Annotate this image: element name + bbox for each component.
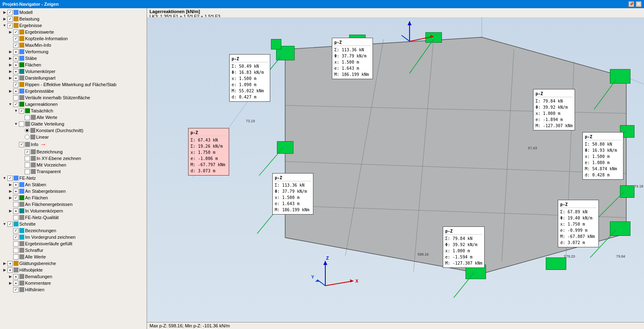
tree-item-modell[interactable]: Modell [0, 9, 147, 16]
tree-item-bemassungen[interactable]: Bemaßungen [0, 273, 147, 280]
tree-item-ergebnisstabe[interactable]: Ergebnisstäbe [0, 88, 147, 94]
checkbox-feNetz[interactable] [7, 176, 13, 181]
tree-item-ergebnisverlaufe[interactable]: Ergebnisverläufe gefüllt [0, 240, 147, 247]
radio-linear[interactable] [25, 135, 30, 139]
tree-item-xyEbene[interactable]: In XY-Ebene zeichnen [0, 155, 147, 162]
checkbox-info[interactable] [19, 142, 24, 147]
tree-item-schnitte[interactable]: Schnitte [0, 221, 147, 227]
checkbox-lagerreaktionen[interactable] [13, 102, 18, 107]
tree-item-kommentare[interactable]: Kommentare [0, 280, 147, 286]
tree-item-konstant[interactable]: Konstant (Durchschnitt) [0, 127, 147, 134]
viewport-canvas[interactable]: 73.19 79.84 74.18 79.84 57.43 598.16 579… [147, 17, 644, 329]
tree-toggle-flaechen[interactable] [7, 62, 13, 68]
tree-item-mitVorzeichen[interactable]: Mit Vorzeichen [0, 162, 147, 168]
tree-item-tatsaechlich[interactable]: Tatsächlich [0, 107, 147, 114]
checkbox-rippen[interactable] [13, 82, 18, 87]
tree-item-feNetz[interactable]: FE-Netz [0, 175, 147, 181]
tree-toggle-glattBereiche[interactable] [2, 260, 7, 266]
panel-pin-btn[interactable]: 📌 [628, 1, 634, 7]
tree-toggle-volumen[interactable] [7, 69, 13, 74]
tree-item-lagerreaktionen[interactable]: Lagerreaktionen [0, 101, 147, 107]
tree-item-volumen[interactable]: Volumenkörper [0, 68, 147, 75]
tree-item-imVordergrund[interactable]: Im Vordergrund zeichnen [0, 234, 147, 240]
tree-toggle-bemassungen[interactable] [7, 274, 13, 279]
checkbox-glattBereiche[interactable] [7, 261, 13, 266]
checkbox-ergebnisverlaufe[interactable] [13, 241, 18, 247]
checkbox-mitVorzeichen[interactable] [25, 162, 30, 168]
checkbox-alleWerteS[interactable] [13, 254, 18, 260]
tree-toggle-anFlaechen[interactable] [7, 195, 13, 201]
tree-item-hilfslinien[interactable]: Hilfslinien [0, 286, 147, 293]
checkbox-transparent[interactable] [25, 169, 30, 174]
tree-item-verformung[interactable]: Verformung [0, 48, 147, 55]
tree-toggle-ergebniswerte[interactable] [7, 29, 13, 35]
tree-item-belastung[interactable]: Belastung [0, 16, 147, 22]
tree-item-maxmin[interactable]: Max/Min-Info [0, 42, 147, 48]
checkbox-hilfslinien[interactable] [13, 287, 18, 292]
checkbox-bezeichnung[interactable] [25, 149, 30, 155]
tree-item-inVolumen[interactable]: In Volumenkörpern [0, 208, 147, 214]
tree-toggle-ergebnisstabe[interactable] [7, 88, 13, 94]
tree-toggle-anStaeben[interactable] [7, 182, 13, 187]
tree-container[interactable]: ModellBelastungErgebnisseErgebniswerteKo… [0, 8, 147, 329]
tree-item-alleWerteS[interactable]: Alle Werte [0, 254, 147, 260]
checkbox-staebe[interactable] [13, 56, 18, 61]
checkbox-bezeichnungen[interactable] [13, 228, 18, 233]
checkbox-darstellung[interactable] [13, 75, 18, 81]
tree-item-ergebnisse[interactable]: Ergebnisse [0, 22, 147, 29]
tree-toggle-glatteVerteilung[interactable] [13, 121, 19, 127]
tree-toggle-anStabergebnissen[interactable] [7, 188, 13, 194]
panel-close-btn[interactable]: ✕ [636, 1, 642, 7]
tree-toggle-schnitte[interactable] [2, 221, 7, 227]
tree-item-flaechen[interactable]: Flächen [0, 62, 147, 68]
checkbox-anFlaechen[interactable] [13, 195, 18, 201]
checkbox-ergebniswerte[interactable] [13, 30, 18, 35]
tree-item-hilfsobjekte[interactable]: Hilfsobjekte [0, 267, 147, 273]
tree-toggle-feNetz[interactable] [2, 175, 7, 181]
checkbox-kommentare[interactable] [13, 281, 18, 286]
tree-toggle-verformung[interactable] [7, 49, 13, 55]
checkbox-flaechen[interactable] [13, 62, 18, 68]
checkbox-ergebnisse[interactable] [7, 23, 13, 28]
tree-item-glattBereiche[interactable]: Glättungsbereiche [0, 260, 147, 267]
checkbox-alleWerte[interactable] [25, 115, 30, 120]
checkbox-hilfsobjekte[interactable] [7, 267, 13, 273]
checkbox-bemassungen[interactable] [13, 274, 18, 279]
tree-item-info[interactable]: Info→ [0, 140, 147, 149]
tree-item-verlaeufe[interactable]: Verläufe innerhalb Stützenfläche [0, 94, 147, 101]
tree-item-glatteVerteilung[interactable]: Glatte Verteilung [0, 121, 147, 127]
tree-item-ergebniswerte[interactable]: Ergebniswerte [0, 29, 147, 35]
checkbox-imVordergrund[interactable] [13, 235, 18, 240]
tree-item-staebe[interactable]: Stäbe [0, 55, 147, 62]
checkbox-inVolumen[interactable] [13, 208, 18, 214]
tree-toggle-modell[interactable] [2, 9, 7, 15]
checkbox-schnitte[interactable] [7, 222, 13, 227]
tree-item-schraffur[interactable]: Schraffur [0, 247, 147, 254]
tree-toggle-hilfsobjekte[interactable] [2, 267, 7, 273]
checkbox-verlaeufe[interactable] [13, 95, 18, 101]
checkbox-schraffur[interactable] [13, 248, 18, 253]
tree-toggle-kommentare[interactable] [7, 280, 13, 286]
tree-item-anFlaechenErg[interactable]: An Flächenergebnissen [0, 201, 147, 208]
checkbox-anStabergebnissen[interactable] [13, 189, 18, 194]
radio-konstant[interactable] [25, 128, 30, 133]
tree-item-transparent[interactable]: Transparent [0, 168, 147, 175]
checkbox-volumen[interactable] [13, 69, 18, 74]
checkbox-kopfzeile[interactable] [13, 36, 18, 41]
tree-item-bezeichnungen[interactable]: Bezeichnungen [0, 227, 147, 234]
checkbox-maxmin[interactable] [13, 43, 18, 48]
tree-item-feQualitaet[interactable]: FE-Netz-Qualität [0, 214, 147, 221]
tree-toggle-inVolumen[interactable] [7, 208, 13, 214]
tree-item-darstellung[interactable]: Darstellungsart [0, 75, 147, 81]
tree-item-rippen[interactable]: Rippen - Effektive Mitwirkung auf Fläche… [0, 81, 147, 88]
tree-item-alleWerte[interactable]: Alle Werte [0, 114, 147, 121]
checkbox-ergebnisstabe[interactable] [13, 89, 18, 94]
checkbox-modell[interactable] [7, 10, 13, 15]
tree-item-anStabergebnissen[interactable]: An Stabergebnissen [0, 188, 147, 194]
checkbox-anFlaechenErg[interactable] [13, 202, 18, 207]
tree-item-anStaeben[interactable]: An Stäben [0, 181, 147, 188]
tree-item-bezeichnung[interactable]: Bezeichnung [0, 149, 147, 155]
tree-item-anFlaechen[interactable]: An Flächen [0, 194, 147, 201]
checkbox-feQualitaet[interactable] [13, 215, 18, 220]
checkbox-verformung[interactable] [13, 49, 18, 55]
